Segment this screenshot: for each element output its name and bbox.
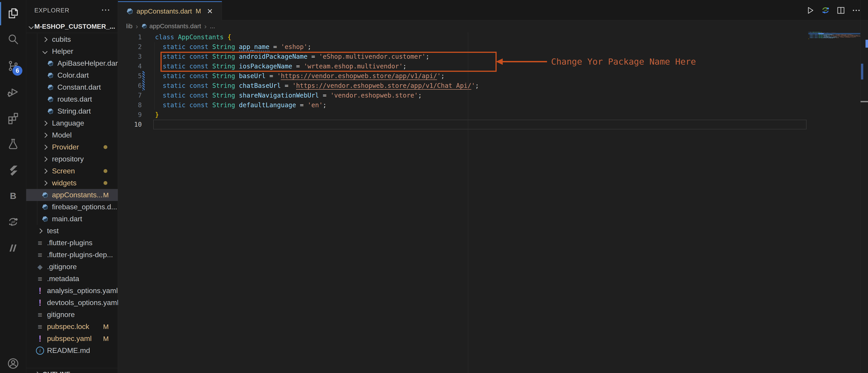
tree-item-color-dart[interactable]: Color.dart [26,69,118,81]
activity-item-explorer[interactable] [0,1,26,27]
file-list-icon: ≡ [38,323,42,331]
chevron-right-icon [42,133,48,138]
activity-item-dart-metrics[interactable] [0,235,26,261]
chevron-down-icon [29,24,34,29]
tree-item-helper[interactable]: Helper [26,45,118,57]
tree-item-main-dart[interactable]: main.dart [26,213,118,225]
tree-item-metadata[interactable]: ≡.metadata [26,273,118,285]
line-number: 8 [118,100,142,110]
activity-item-testing[interactable] [0,131,26,157]
tree-item-routes-dart[interactable]: routes.dart [26,93,118,105]
editor-group: appConstants.dart M ✕ diff lib›appConsta… [118,0,868,373]
code-line-7[interactable]: 7 static const String shareNavigationWeb… [118,91,868,100]
more-icon [851,6,861,16]
tree-item-apibasehelper-dart[interactable]: ApiBaseHelper.dart [26,57,118,69]
tree-item-widgets[interactable]: widgets [26,177,118,189]
annotation-rectangle [160,52,497,72]
breadcrumb-item-[interactable]: ... [210,23,215,30]
tree-item-constant-dart[interactable]: Constant.dart [26,81,118,93]
tree-item-label: pubspec.yaml [47,334,92,343]
more-button[interactable] [851,5,862,16]
tree-item-appconstants[interactable]: appConstants...M [26,189,118,201]
code-editor[interactable]: 1class AppConstants {2 static const Stri… [118,32,868,373]
code-line-2[interactable]: 2 static const String app_name = 'eshop'… [118,42,868,52]
project-section-header[interactable]: M-ESHOP_CUSTOMER_... [26,20,118,33]
activity-item-diff-tool[interactable]: diff [0,209,26,235]
tree-item-label: Constant.dart [57,83,101,92]
breadcrumb-item-lib[interactable]: lib [126,23,132,30]
dart-file-icon [47,72,54,79]
tree-item-label: .flutter-plugins [47,239,92,247]
activity-item-extensions[interactable] [0,105,26,131]
dart-file-icon [41,204,49,210]
indent-guide [154,42,155,110]
tree-item-string-dart[interactable]: String.dart [26,105,118,117]
run-debug-icon [7,86,20,99]
tree-item-provider[interactable]: Provider [26,141,118,153]
tree-item-devtools-options-yaml[interactable]: !devtools_options.yaml [26,297,118,309]
tree-item-label: String.dart [57,107,91,115]
tree-item-analysis-options-yaml[interactable]: !analysis_options.yaml [26,285,118,297]
breadcrumb-separator: › [135,22,138,31]
tree-item-language[interactable]: Language [26,117,118,129]
breadcrumb-item-appconstantsdart[interactable]: appConstants.dart [149,23,201,30]
tree-item-flutter-plugins[interactable]: ≡.flutter-plugins [26,237,118,249]
outline-section[interactable]: OUTLINE [26,368,118,373]
code-line-8[interactable]: 8 static const String defaultLanguage = … [118,100,868,110]
dart-file-icon [41,216,49,223]
close-icon[interactable]: ✕ [207,7,213,15]
warning-icon: ! [39,299,41,307]
activity-item-bloc[interactable]: B [0,183,26,209]
dart-file-icon [47,84,54,91]
dart-metrics-icon [7,242,20,255]
run-icon [805,6,815,16]
tree-item-label: .metadata [47,275,79,283]
dart-file-icon [41,192,49,199]
tree-item-screen[interactable]: Screen [26,165,118,177]
tab-modified-badge: M [195,7,201,15]
activity-item-flutter[interactable] [0,158,26,184]
file-tree: cubitsHelperApiBaseHelper.dartColor.dart… [26,33,118,357]
scrollbar-cursor-mark [866,40,868,48]
testing-icon [7,137,20,151]
code-line-6[interactable]: 6 static const String chatBaseUrl = 'htt… [118,81,868,91]
tree-item-readme-md[interactable]: iREADME.md [26,344,118,357]
minimap[interactable]: class AppConstants { static const String… [808,32,860,59]
git-modified-dot [103,169,107,173]
tree-item-repository[interactable]: repository [26,153,118,165]
tree-item-model[interactable]: Model [26,129,118,141]
chevron-right-icon [42,37,48,42]
activity-item-run-debug[interactable] [0,79,26,105]
warning-icon: ! [39,334,41,343]
tree-item-label: Model [52,131,72,139]
tab-appconstants-dart[interactable]: appConstants.dart M ✕ [118,1,222,20]
file-list-icon: ≡ [38,311,42,318]
account-icon [7,357,20,371]
breadcrumb-separator: › [204,22,207,31]
activity-item-search[interactable] [0,27,26,53]
tree-item-gitignore[interactable]: ◆.gitignore [26,261,118,273]
tree-item-label: repository [52,155,84,163]
code-line-9[interactable]: 9} [118,110,868,120]
code-line-1[interactable]: 1class AppConstants { [118,32,868,42]
activity-item-source-control[interactable]: 6 [0,53,26,79]
code-line-5[interactable]: 5 static const String baseUrl = 'https:/… [118,71,868,81]
tree-item-test[interactable]: test [26,225,118,237]
scrollbar-overview-ruler[interactable] [860,0,868,373]
tree-item-flutter-plugins-dep[interactable]: ≡.flutter-plugins-dep... [26,249,118,261]
split-editor-button[interactable] [835,5,846,16]
activity-item-account[interactable] [0,351,26,373]
tree-item-gitignore[interactable]: ≡gitignore [26,309,118,320]
line-number: 9 [118,110,142,120]
tree-item-pubspec-yaml[interactable]: !pubspec.yamlM [26,333,118,344]
tab-label: appConstants.dart [136,7,192,15]
diff-tool-button[interactable]: diff [820,5,831,16]
dart-file-icon [47,108,54,115]
more-actions-icon[interactable]: ⋯ [101,4,110,15]
tree-item-cubits[interactable]: cubits [26,33,118,45]
tree-item-pubspec-lock[interactable]: ≡pubspec.lockM [26,320,118,333]
tree-item-firebase-options-d[interactable]: firebase_options.d... [26,201,118,213]
svg-text:diff: diff [824,9,827,12]
run-button[interactable] [805,5,815,16]
explorer-header: EXPLORER ⋯ [26,0,118,20]
